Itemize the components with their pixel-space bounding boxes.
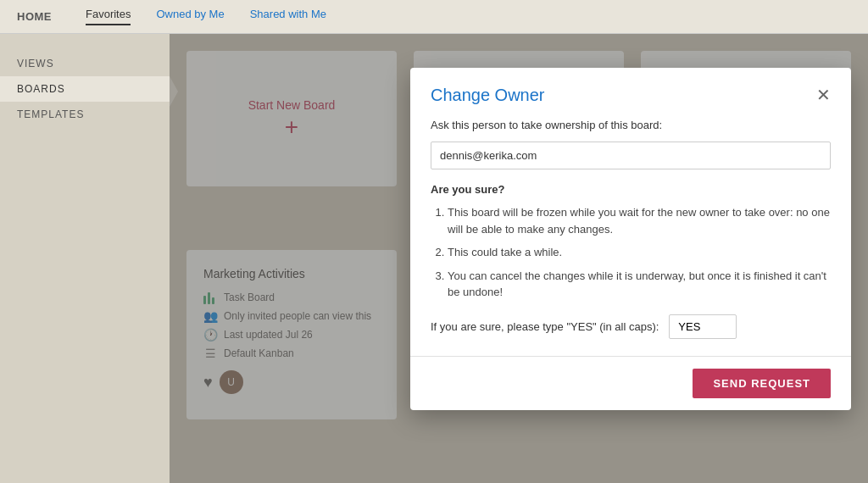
modal-footer: SEND REQUEST	[410, 356, 851, 410]
confirm-row: If you are sure, please type "YES" (in a…	[431, 314, 831, 339]
tab-favorites[interactable]: Favorites	[86, 8, 131, 25]
nav-tabs: Favorites Owned by Me Shared with Me	[86, 8, 326, 25]
sidebar-item-views[interactable]: VIEWS	[0, 51, 170, 76]
modal-body: Ask this person to take ownership of thi…	[410, 119, 851, 356]
warning-title: Are you sure?	[431, 183, 831, 196]
warning-item-3: You can cancel the changes while it is u…	[448, 268, 831, 301]
modal-close-button[interactable]: ✕	[816, 85, 831, 105]
warning-item-1: This board will be frozen while you wait…	[448, 204, 831, 237]
confirm-label: If you are sure, please type "YES" (in a…	[431, 320, 659, 333]
change-owner-modal: Change Owner ✕ Ask this person to take o…	[410, 68, 851, 410]
yes-input[interactable]	[669, 314, 737, 339]
modal-overlay: Change Owner ✕ Ask this person to take o…	[170, 34, 868, 483]
send-request-button[interactable]: SEND REQUEST	[693, 369, 831, 398]
sidebar-item-boards[interactable]: BOARDS	[0, 76, 170, 102]
modal-title: Change Owner	[431, 86, 545, 105]
main-content: Start New Board + Kerika - Polymer Hybri…	[170, 34, 868, 483]
tab-shared[interactable]: Shared with Me	[250, 8, 326, 25]
warning-item-2: This could take a while.	[448, 244, 831, 261]
modal-header: Change Owner ✕	[410, 68, 851, 119]
sidebar-item-templates[interactable]: TEMPLATES	[0, 102, 170, 127]
top-nav: HOME Favorites Owned by Me Shared with M…	[0, 0, 868, 34]
email-input[interactable]	[431, 142, 831, 169]
warning-list: This board will be frozen while you wait…	[431, 204, 831, 301]
tab-owned[interactable]: Owned by Me	[156, 8, 224, 25]
main-layout: VIEWS BOARDS TEMPLATES Start New Board +…	[0, 34, 868, 483]
home-link[interactable]: HOME	[17, 10, 52, 23]
modal-subtitle: Ask this person to take ownership of thi…	[431, 119, 831, 131]
sidebar: VIEWS BOARDS TEMPLATES	[0, 34, 170, 483]
